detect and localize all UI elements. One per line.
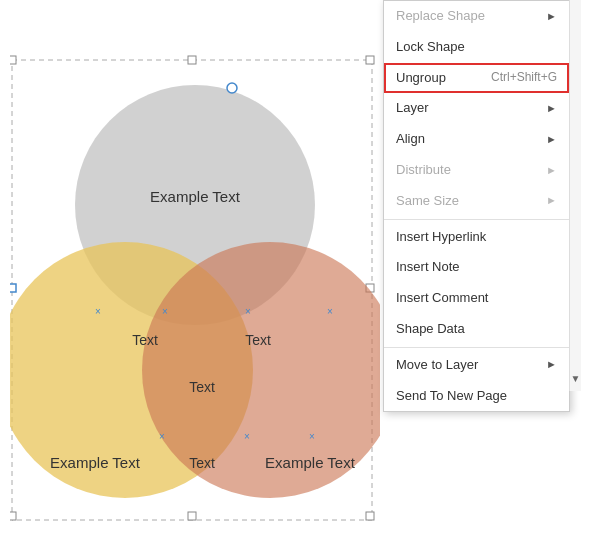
svg-rect-1 — [10, 56, 16, 64]
scrollbar[interactable]: ▼ — [569, 0, 581, 391]
canvas: Example Text Text Text Text Example Text… — [0, 0, 594, 539]
svg-text:Example Text: Example Text — [50, 454, 141, 471]
svg-point-26 — [227, 83, 237, 93]
svg-text:Text: Text — [245, 332, 271, 348]
submenu-arrow-distribute: ► — [546, 162, 557, 180]
menu-separator-2 — [384, 347, 569, 348]
svg-text:Example Text: Example Text — [150, 188, 241, 205]
menu-item-move-to-layer[interactable]: Move to Layer ► — [384, 350, 569, 381]
svg-text:Text: Text — [132, 332, 158, 348]
menu-item-layer[interactable]: Layer ► — [384, 93, 569, 124]
submenu-arrow-align: ► — [546, 131, 557, 149]
svg-text:×: × — [159, 431, 165, 442]
submenu-arrow-layer: ► — [546, 100, 557, 118]
svg-text:×: × — [244, 431, 250, 442]
svg-text:Text: Text — [189, 455, 215, 471]
menu-item-lock-shape[interactable]: Lock Shape — [384, 32, 569, 63]
submenu-arrow-same-size: ► — [546, 192, 557, 210]
context-menu: Replace Shape ► Lock Shape Ungroup Ctrl+… — [383, 0, 570, 412]
svg-text:×: × — [95, 306, 101, 317]
svg-text:×: × — [245, 306, 251, 317]
scroll-arrow-down[interactable]: ▼ — [571, 371, 581, 387]
ungroup-shortcut: Ctrl+Shift+G — [491, 68, 557, 87]
svg-text:×: × — [309, 431, 315, 442]
menu-item-align[interactable]: Align ► — [384, 124, 569, 155]
menu-item-replace-shape[interactable]: Replace Shape ► — [384, 1, 569, 32]
svg-text:Text: Text — [189, 379, 215, 395]
menu-item-send-to-new-page[interactable]: Send To New Page ▼ — [384, 381, 569, 412]
menu-item-ungroup[interactable]: Ungroup Ctrl+Shift+G — [384, 63, 569, 94]
menu-item-distribute[interactable]: Distribute ► — [384, 155, 569, 186]
svg-rect-4 — [10, 284, 16, 292]
menu-separator-1 — [384, 219, 569, 220]
menu-item-insert-hyperlink[interactable]: Insert Hyperlink — [384, 222, 569, 253]
svg-rect-8 — [366, 512, 374, 520]
svg-text:×: × — [327, 306, 333, 317]
submenu-arrow-replace: ► — [546, 8, 557, 26]
svg-text:×: × — [162, 306, 168, 317]
svg-rect-3 — [366, 56, 374, 64]
menu-item-insert-comment[interactable]: Insert Comment — [384, 283, 569, 314]
menu-item-insert-note[interactable]: Insert Note — [384, 252, 569, 283]
svg-text:Example Text: Example Text — [265, 454, 356, 471]
svg-rect-2 — [188, 56, 196, 64]
menu-item-shape-data[interactable]: Shape Data — [384, 314, 569, 345]
venn-diagram: Example Text Text Text Text Example Text… — [10, 50, 380, 525]
svg-rect-6 — [10, 512, 16, 520]
submenu-arrow-move-to-layer: ► — [546, 356, 557, 374]
menu-item-same-size[interactable]: Same Size ► — [384, 186, 569, 217]
svg-rect-7 — [188, 512, 196, 520]
